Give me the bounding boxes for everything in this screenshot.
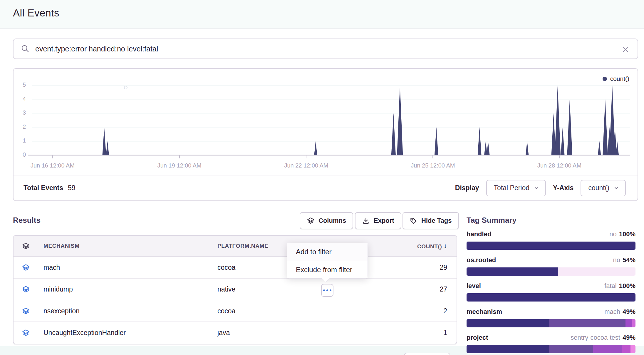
y-axis-tick-label: 2 bbox=[14, 123, 26, 130]
chart-spike[interactable] bbox=[397, 85, 403, 155]
legend-label: count() bbox=[610, 75, 629, 82]
total-events-value: 59 bbox=[68, 184, 76, 192]
cell-actions-button[interactable] bbox=[321, 284, 333, 297]
tag-summary-row: projectsentry-cocoa-test49% bbox=[467, 334, 635, 353]
add-to-filter-item[interactable]: Add to filter bbox=[287, 243, 368, 261]
tag-bar-segment[interactable] bbox=[632, 319, 636, 327]
ellipsis-dot-icon bbox=[323, 289, 325, 291]
cell-mechanism[interactable]: UncaughtExceptionHandler bbox=[43, 329, 126, 337]
tag-distribution-bar[interactable] bbox=[467, 345, 635, 353]
tag-bar-segment[interactable] bbox=[549, 345, 593, 353]
results-table: MECHANISM PLATFORM.NAME COUNT() ↓ mach c… bbox=[13, 235, 457, 344]
display-dropdown[interactable]: Total Period bbox=[486, 180, 546, 196]
chart-footer: Total Events 59 Display Total Period Y-A… bbox=[14, 175, 638, 200]
column-header-platform-name[interactable]: PLATFORM.NAME bbox=[217, 243, 268, 249]
hide-tags-button[interactable]: Hide Tags bbox=[402, 212, 459, 229]
tag-bar-segment[interactable] bbox=[625, 319, 632, 327]
y-axis-tick-label: 3 bbox=[14, 109, 26, 116]
tag-distribution-bar[interactable] bbox=[467, 293, 635, 302]
tag-name: project bbox=[467, 334, 488, 341]
tag-bar-segment[interactable] bbox=[622, 345, 630, 353]
table-row[interactable]: UncaughtExceptionHandler java 1 bbox=[14, 322, 457, 344]
page-title: All Events bbox=[13, 7, 59, 19]
chart-spike[interactable] bbox=[391, 113, 396, 155]
cell-platform[interactable]: java bbox=[217, 329, 230, 337]
tag-bar-segment[interactable] bbox=[593, 345, 622, 353]
x-axis-tick bbox=[306, 155, 306, 158]
tag-bar-segment[interactable] bbox=[630, 345, 635, 353]
exclude-from-filter-item[interactable]: Exclude from filter bbox=[287, 261, 368, 278]
x-axis-tick bbox=[432, 155, 433, 158]
hide-tags-button-label: Hide Tags bbox=[421, 217, 452, 225]
cell-count[interactable]: 2 bbox=[443, 307, 447, 315]
tag-name: mechanism bbox=[467, 308, 502, 316]
cell-mechanism[interactable]: minidump bbox=[43, 285, 73, 293]
tag-percentage: 100% bbox=[619, 282, 635, 289]
columns-button-label: Columns bbox=[318, 217, 346, 225]
yaxis-dropdown[interactable]: count() bbox=[581, 180, 626, 196]
chart-spike[interactable] bbox=[484, 141, 487, 155]
tag-summary-row: mechanismmach49% bbox=[467, 308, 635, 327]
column-header-mechanism[interactable]: MECHANISM bbox=[43, 243, 80, 249]
tag-bar-segment[interactable] bbox=[467, 293, 635, 302]
table-row[interactable]: minidump native 27 bbox=[14, 279, 457, 300]
columns-button[interactable]: Columns bbox=[300, 212, 353, 229]
cell-platform[interactable]: cocoa bbox=[217, 264, 235, 272]
tag-bar-segment[interactable] bbox=[467, 345, 549, 353]
events-spike-chart[interactable] bbox=[28, 85, 630, 156]
tag-percentage: 54% bbox=[623, 256, 635, 264]
tag-bar-segment[interactable] bbox=[467, 267, 558, 276]
search-input[interactable]: event.type:error handled:no level:fatal bbox=[35, 45, 158, 53]
chart-spike[interactable] bbox=[555, 85, 561, 155]
chart-spike[interactable] bbox=[487, 141, 489, 155]
results-heading: Results bbox=[13, 216, 41, 225]
cell-platform[interactable]: cocoa bbox=[217, 307, 235, 315]
search-bar[interactable]: event.type:error handled:no level:fatal bbox=[13, 38, 638, 59]
tag-bar-segment[interactable] bbox=[467, 319, 549, 327]
cell-count[interactable]: 27 bbox=[440, 285, 447, 293]
x-axis-tick-label: Jun 25 12:00 AM bbox=[398, 162, 468, 169]
tag-distribution-bar[interactable] bbox=[467, 267, 635, 276]
y-axis-tick-label: 1 bbox=[14, 137, 26, 144]
x-axis-tick-label: Jun 28 12:00 AM bbox=[524, 162, 595, 169]
cell-count[interactable]: 29 bbox=[440, 264, 447, 272]
total-events-label: Total Events bbox=[24, 184, 63, 192]
table-row[interactable]: mach cocoa 29 bbox=[14, 257, 457, 279]
tag-bar-segment[interactable] bbox=[549, 319, 625, 327]
pagination-partial-button[interactable] bbox=[404, 353, 450, 355]
tag-distribution-bar[interactable] bbox=[467, 319, 635, 327]
cell-count[interactable]: 1 bbox=[443, 329, 447, 337]
layers-icon bbox=[22, 285, 30, 294]
table-header: MECHANISM PLATFORM.NAME COUNT() ↓ bbox=[14, 236, 457, 257]
tag-top-value: fatal100% bbox=[604, 282, 635, 290]
column-header-count[interactable]: COUNT() ↓ bbox=[417, 243, 447, 250]
tag-summary-heading: Tag Summary bbox=[467, 216, 516, 225]
app-header: All Events bbox=[0, 0, 644, 29]
layers-icon[interactable] bbox=[22, 242, 30, 250]
tag-icon bbox=[410, 217, 417, 225]
x-axis-tick-label: Jun 19 12:00 AM bbox=[144, 162, 215, 169]
x-axis-tick-label: Jun 16 12:00 AM bbox=[17, 162, 88, 169]
chart-spike[interactable] bbox=[598, 141, 601, 155]
search-icon bbox=[21, 44, 30, 53]
cell-actions-popup: Add to filter Exclude from filter bbox=[287, 243, 368, 279]
chart-spike[interactable] bbox=[106, 141, 109, 155]
cell-platform[interactable]: native bbox=[217, 285, 235, 293]
close-icon[interactable] bbox=[619, 43, 632, 56]
legend-dot-icon bbox=[603, 77, 607, 81]
x-axis-tick bbox=[179, 155, 180, 158]
tag-bar-segment[interactable] bbox=[558, 267, 636, 276]
tag-summary: handledno100%os.rootedno54%levelfatal100… bbox=[467, 230, 635, 355]
tag-distribution-bar[interactable] bbox=[467, 242, 635, 250]
yaxis-dropdown-value: count() bbox=[588, 184, 609, 192]
cell-mechanism[interactable]: nsexception bbox=[43, 307, 80, 315]
tag-bar-segment[interactable] bbox=[467, 242, 635, 250]
table-row[interactable]: nsexception cocoa 2 bbox=[14, 300, 457, 322]
chart-spike[interactable] bbox=[526, 141, 529, 155]
export-button[interactable]: Export bbox=[355, 212, 401, 229]
events-chart-panel: count() 012345 Jun 16 12:00 AMJun 19 12:… bbox=[13, 68, 638, 201]
cell-mechanism[interactable]: mach bbox=[43, 264, 60, 272]
layers-icon bbox=[307, 217, 315, 225]
chart-spike[interactable] bbox=[314, 141, 317, 155]
tag-top-value: no54% bbox=[613, 256, 635, 264]
